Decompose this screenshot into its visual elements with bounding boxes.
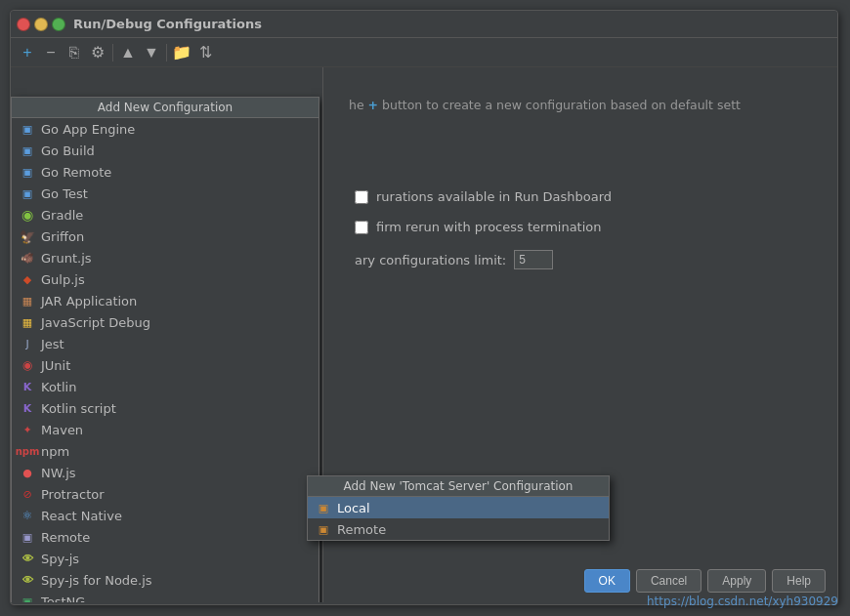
- folder-icon: 📁: [172, 43, 191, 62]
- dashboard-label: rurations available in Run Dashboard: [376, 189, 612, 204]
- menu-item-javascript-debug[interactable]: ▦ JavaScript Debug: [12, 311, 319, 333]
- menu-item-remote[interactable]: ▣ Remote: [12, 526, 319, 548]
- menu-item-go-remote[interactable]: ▣ Go Remote: [12, 161, 319, 183]
- menu-item-label: Spy-js for Node.js: [41, 573, 152, 588]
- menu-item-label: JAR Application: [41, 294, 137, 308]
- menu-item-label: Kotlin: [41, 380, 76, 394]
- testng-icon: ▣: [20, 594, 35, 602]
- maximize-button[interactable]: [52, 18, 65, 31]
- griffon-icon: 🦅: [20, 228, 35, 244]
- menu-item-label: React Native: [41, 509, 122, 523]
- menu-item-label: Spy-js: [41, 552, 79, 566]
- arrow-down-icon: ▼: [144, 44, 159, 62]
- local-tomcat-icon: ▣: [316, 500, 331, 515]
- menu-item-react-native[interactable]: ⚛ React Native: [12, 505, 319, 526]
- submenu-item-remote[interactable]: ▣ Remote: [308, 518, 609, 540]
- settings-button[interactable]: ⚙: [87, 42, 108, 63]
- menu-item-label: NW.js: [41, 466, 76, 480]
- menu-item-kotlin-script[interactable]: K Kotlin script: [12, 397, 319, 419]
- menu-item-kotlin[interactable]: K Kotlin: [12, 376, 319, 397]
- watermark: https://blog.csdn.net/xyh930929: [647, 595, 838, 608]
- dashboard-row: rurations available in Run Dashboard: [347, 185, 814, 208]
- gulp-icon: ◆: [20, 271, 35, 287]
- react-native-icon: ⚛: [20, 508, 35, 523]
- remote-icon: ▣: [20, 529, 35, 545]
- menu-item-label: Go Test: [41, 186, 88, 201]
- menu-item-label: Gulp.js: [41, 272, 85, 287]
- menu-item-junit[interactable]: ◉ JUnit: [12, 354, 319, 376]
- add-config-button[interactable]: +: [17, 42, 38, 63]
- gradle-icon: ◉: [20, 207, 35, 223]
- move-up-button[interactable]: ▲: [117, 42, 139, 63]
- go-remote-icon: ▣: [20, 164, 35, 180]
- menu-item-protractor[interactable]: ⊘ Protractor: [12, 483, 319, 505]
- arrow-up-icon: ▲: [120, 44, 136, 62]
- menu-item-label: Go Remote: [41, 165, 111, 180]
- sort-button[interactable]: ⇅: [194, 42, 216, 63]
- menu-item-griffon[interactable]: 🦅 Griffon: [12, 226, 319, 247]
- menu-item-label: Maven: [41, 423, 83, 437]
- rerun-checkbox[interactable]: [355, 221, 368, 234]
- sort-icon: ⇅: [199, 43, 212, 62]
- nwjs-icon: ●: [20, 465, 35, 480]
- maven-icon: ✦: [20, 422, 35, 437]
- spy-js-icon: 👁: [20, 551, 35, 566]
- menu-item-jest[interactable]: J Jest: [12, 333, 319, 354]
- tomcat-submenu[interactable]: Add New 'Tomcat Server' Configuration ▣ …: [307, 475, 610, 541]
- menu-item-label: Go Build: [41, 144, 95, 158]
- submenu-item-local[interactable]: ▣ Local: [308, 497, 609, 518]
- intro-text: he + button to create a new configuratio…: [339, 83, 822, 127]
- spy-js-node-icon: 👁: [20, 572, 35, 588]
- jest-icon: J: [20, 336, 35, 351]
- menu-item-label: Grunt.js: [41, 251, 92, 266]
- separator-2: [166, 44, 167, 62]
- menu-item-maven[interactable]: ✦ Maven: [12, 419, 319, 440]
- left-panel: Add New Configuration ▣ Go App Engine ▣ …: [11, 67, 323, 602]
- separator-1: [112, 44, 113, 62]
- menu-item-jar-application[interactable]: ▦ JAR Application: [12, 290, 319, 311]
- menu-item-npm[interactable]: npm npm: [12, 440, 319, 462]
- toolbar: + − ⎘ ⚙ ▲ ▼ 📁 ⇅: [11, 38, 837, 67]
- go-build-icon: ▣: [20, 143, 35, 158]
- menu-item-go-build[interactable]: ▣ Go Build: [12, 140, 319, 161]
- dashboard-checkbox[interactable]: [355, 190, 368, 204]
- apply-button[interactable]: Apply: [707, 569, 766, 593]
- folder-button[interactable]: 📁: [171, 42, 192, 63]
- ok-button[interactable]: OK: [584, 569, 630, 593]
- title-bar: Run/Debug Configurations: [11, 11, 837, 38]
- menu-item-label: Griffon: [41, 229, 84, 244]
- submenu-header: Add New 'Tomcat Server' Configuration: [308, 476, 609, 497]
- menu-item-go-test[interactable]: ▣ Go Test: [12, 183, 319, 204]
- menu-item-go-app-engine[interactable]: ▣ Go App Engine: [12, 118, 319, 140]
- menu-item-gradle[interactable]: ◉ Gradle: [12, 204, 319, 226]
- limit-row: ary configurations limit:: [347, 246, 814, 273]
- remove-config-button[interactable]: −: [40, 42, 62, 63]
- kotlin-script-icon: K: [20, 400, 35, 416]
- js-debug-icon: ▦: [20, 314, 35, 330]
- dropdown-header: Add New Configuration: [12, 98, 319, 118]
- kotlin-icon: K: [20, 379, 35, 394]
- minimize-button[interactable]: [34, 18, 48, 31]
- menu-item-label: Remote: [41, 530, 90, 545]
- limit-label: ary configurations limit:: [355, 253, 506, 267]
- cancel-button[interactable]: Cancel: [636, 569, 701, 593]
- menu-item-spy-js[interactable]: 👁 Spy-js: [12, 548, 319, 569]
- menu-item-label: Gradle: [41, 208, 83, 223]
- close-button[interactable]: [17, 18, 30, 31]
- menu-item-label: Protractor: [41, 487, 105, 502]
- menu-item-spy-js-node[interactable]: 👁 Spy-js for Node.js: [12, 569, 319, 591]
- move-down-button[interactable]: ▼: [141, 42, 162, 63]
- help-button[interactable]: Help: [772, 569, 826, 593]
- add-new-config-dropdown[interactable]: Add New Configuration ▣ Go App Engine ▣ …: [11, 97, 319, 602]
- junit-icon: ◉: [20, 357, 35, 373]
- limit-input[interactable]: [514, 250, 553, 269]
- remote-tomcat-icon: ▣: [316, 521, 331, 537]
- menu-item-gruntjs[interactable]: 🐗 Grunt.js: [12, 247, 319, 268]
- grunt-icon: 🐗: [20, 250, 35, 266]
- copy-config-button[interactable]: ⎘: [64, 42, 85, 63]
- menu-item-testng[interactable]: ▣ TestNG: [12, 591, 319, 602]
- menu-item-label: Jest: [41, 337, 64, 351]
- title-bar-controls: [17, 18, 65, 31]
- menu-item-gulpjs[interactable]: ◆ Gulp.js: [12, 268, 319, 290]
- menu-item-nwjs[interactable]: ● NW.js: [12, 462, 319, 483]
